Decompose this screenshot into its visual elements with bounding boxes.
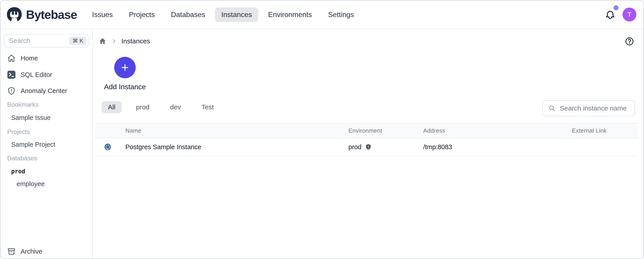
column-header-address: Address <box>423 127 572 134</box>
main-content: Instances Add Instance All <box>93 29 644 259</box>
help-button[interactable] <box>625 37 634 46</box>
add-instance-button[interactable]: Add Instance <box>93 57 157 91</box>
chevron-right-icon <box>111 38 117 44</box>
nav-item-projects[interactable]: Projects <box>123 7 161 22</box>
sidebar-search-input[interactable]: Search ⌘ K <box>4 34 89 47</box>
main-menu: Issues Projects Databases Instances Envi… <box>86 7 360 22</box>
nav-item-databases[interactable]: Databases <box>164 7 212 22</box>
nav-item-environments[interactable]: Environments <box>262 7 318 22</box>
bell-icon <box>604 9 616 20</box>
tab-prod[interactable]: prod <box>130 101 156 113</box>
sidebar-item-db-prod[interactable]: prod <box>11 165 25 178</box>
sidebar-item-home[interactable]: Home <box>7 52 38 64</box>
environment-filter-tabs: All prod dev Test <box>102 101 220 113</box>
home-icon[interactable] <box>98 37 106 45</box>
notification-bell-button[interactable] <box>604 9 616 20</box>
bytebase-logo-icon <box>7 7 22 22</box>
top-navigation-bar: Bytebase Issues Projects Databases Insta… <box>0 0 644 29</box>
sidebar: Search ⌘ K Home SQL Editor <box>0 29 93 259</box>
archive-icon <box>7 247 16 256</box>
sidebar-item-label: Anomaly Center <box>20 87 67 95</box>
sidebar-item-sample-issue[interactable]: Sample Issue <box>11 111 50 124</box>
sidebar-item-archive[interactable]: Archive <box>7 245 42 258</box>
sidebar-item-sql-editor[interactable]: SQL Editor <box>7 68 52 81</box>
avatar-initial: T <box>628 11 632 18</box>
sidebar-section-projects: Projects <box>7 127 30 136</box>
breadcrumb: Instances <box>98 35 150 47</box>
avatar[interactable]: T <box>622 7 636 21</box>
instances-table: Name Environment Address External Link <box>95 123 638 156</box>
tab-dev[interactable]: dev <box>164 101 187 113</box>
help-icon <box>625 37 634 46</box>
sidebar-item-label: Archive <box>20 248 42 255</box>
sidebar-section-bookmarks: Bookmarks <box>7 100 38 109</box>
instance-search-input[interactable]: Search instance name <box>542 100 635 116</box>
sidebar-section-databases: Databases <box>7 154 37 163</box>
search-icon <box>548 104 556 112</box>
instance-address: /tmp:8083 <box>423 143 572 151</box>
brand-wordmark: Bytebase <box>26 7 77 21</box>
notification-dot <box>614 5 618 10</box>
environment-name: prod <box>348 143 362 151</box>
column-header-external-link: External Link <box>572 127 638 134</box>
sidebar-item-label: Home <box>20 55 38 62</box>
sidebar-item-anomaly-center[interactable]: Anomaly Center <box>7 85 67 97</box>
table-header-row: Name Environment Address External Link <box>95 123 638 138</box>
search-shortcut-badge: ⌘ K <box>69 37 86 45</box>
sidebar-item-sample-project[interactable]: Sample Project <box>11 138 55 151</box>
nav-item-settings[interactable]: Settings <box>322 7 360 22</box>
shield-alert-icon <box>7 87 16 95</box>
instance-environment-cell: prod <box>348 143 423 151</box>
plus-icon <box>120 63 130 72</box>
engine-icon-cell <box>95 143 126 151</box>
column-header-environment: Environment <box>348 127 423 134</box>
postgresql-icon <box>104 143 112 151</box>
table-row[interactable]: Postgres Sample Instance prod /tmp:8083 <box>95 138 638 156</box>
sidebar-item-db-employee[interactable]: employee <box>16 178 45 190</box>
terminal-icon <box>7 70 16 79</box>
instance-search-placeholder: Search instance name <box>560 104 627 112</box>
shield-icon <box>365 144 372 150</box>
sidebar-item-label: SQL Editor <box>20 71 52 78</box>
tab-test[interactable]: Test <box>195 101 220 113</box>
bytebase-logo[interactable]: Bytebase <box>7 7 77 22</box>
sidebar-search-placeholder: Search <box>9 37 30 44</box>
instance-name[interactable]: Postgres Sample Instance <box>126 143 348 151</box>
bytebase-app-window: Bytebase Issues Projects Databases Insta… <box>0 0 644 259</box>
home-icon <box>7 54 16 62</box>
column-header-name: Name <box>126 127 348 134</box>
add-instance-label: Add Instance <box>93 83 157 91</box>
nav-item-issues[interactable]: Issues <box>86 7 119 22</box>
tab-all[interactable]: All <box>102 101 122 113</box>
nav-item-instances[interactable]: Instances <box>215 7 258 22</box>
breadcrumb-current: Instances <box>121 37 150 45</box>
add-instance-circle[interactable] <box>114 57 136 78</box>
nav-right-group: T <box>604 7 636 21</box>
